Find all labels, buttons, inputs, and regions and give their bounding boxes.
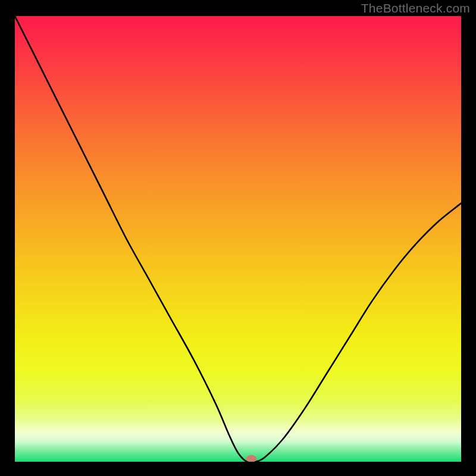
plot-area: [15, 16, 461, 462]
chart-frame: TheBottleneck.com: [0, 0, 476, 476]
gradient-background: [15, 16, 461, 462]
chart-svg: [15, 16, 461, 462]
watermark-text: TheBottleneck.com: [361, 1, 470, 15]
